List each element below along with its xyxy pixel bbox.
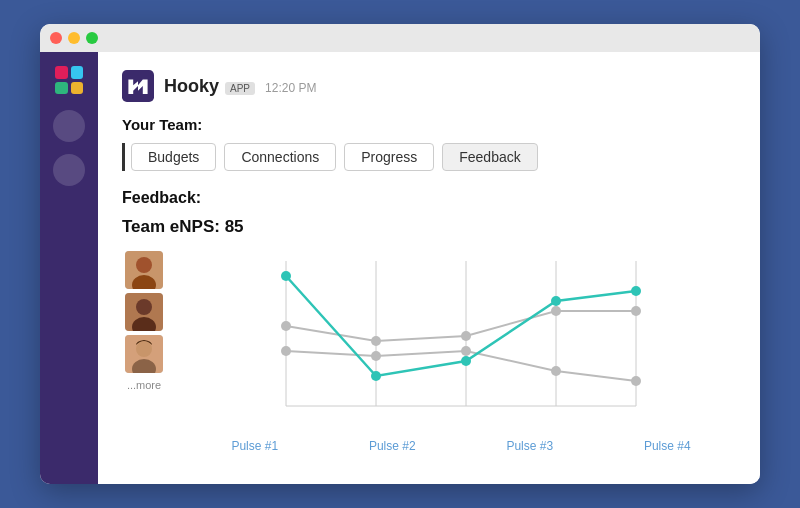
- sidebar: [40, 52, 98, 484]
- svg-point-19: [551, 306, 561, 316]
- svg-point-23: [461, 346, 471, 356]
- app-name: Hooky: [164, 76, 219, 97]
- chart-svg: [176, 251, 736, 431]
- maximize-button[interactable]: [86, 32, 98, 44]
- browser-window: Hooky APP 12:20 PM Your Team: Budgets Co…: [40, 24, 760, 484]
- svg-point-18: [461, 331, 471, 341]
- svg-point-8: [136, 341, 152, 357]
- chart-container: ...more: [122, 251, 736, 453]
- pulse-labels: Pulse #1 Pulse #2 Pulse #3 Pulse #4: [176, 439, 736, 453]
- svg-point-17: [371, 336, 381, 346]
- pulse-label-3: Pulse #3: [461, 439, 599, 453]
- tab-feedback[interactable]: Feedback: [442, 143, 537, 171]
- title-bar: [40, 24, 760, 52]
- sidebar-item-2[interactable]: [53, 154, 85, 186]
- tab-row: Budgets Connections Progress Feedback: [122, 143, 736, 171]
- more-label[interactable]: ...more: [127, 379, 161, 391]
- svg-point-27: [371, 371, 381, 381]
- pulse-label-4: Pulse #4: [599, 439, 737, 453]
- svg-point-29: [551, 296, 561, 306]
- svg-point-2: [136, 257, 152, 273]
- app-name-group: Hooky APP 12:20 PM: [164, 76, 316, 97]
- minimize-button[interactable]: [68, 32, 80, 44]
- app-header: Hooky APP 12:20 PM: [122, 70, 736, 102]
- enps-title: Team eNPS: 85: [122, 217, 736, 237]
- slack-logo-icon: [51, 62, 87, 98]
- svg-point-24: [551, 366, 561, 376]
- main-content: Hooky APP 12:20 PM Your Team: Budgets Co…: [98, 52, 760, 484]
- hooky-logo-icon: [122, 70, 154, 102]
- avatar-1: [125, 251, 163, 289]
- pulse-label-2: Pulse #2: [324, 439, 462, 453]
- avatar-list: ...more: [122, 251, 166, 391]
- app-badge: APP: [225, 82, 255, 95]
- tab-progress[interactable]: Progress: [344, 143, 434, 171]
- svg-point-22: [371, 351, 381, 361]
- svg-point-28: [461, 356, 471, 366]
- content-area: Hooky APP 12:20 PM Your Team: Budgets Co…: [40, 52, 760, 484]
- app-time: 12:20 PM: [265, 81, 316, 95]
- svg-point-26: [281, 271, 291, 281]
- feedback-section: Feedback: Team eNPS: 85: [122, 189, 736, 453]
- avatar-2: [125, 293, 163, 331]
- feedback-section-title: Feedback:: [122, 189, 736, 207]
- pulse-label-1: Pulse #1: [186, 439, 324, 453]
- team-label: Your Team:: [122, 116, 736, 133]
- sidebar-item-1[interactable]: [53, 110, 85, 142]
- chart-svg-wrapper: Pulse #1 Pulse #2 Pulse #3 Pulse #4: [176, 251, 736, 453]
- avatar-3: [125, 335, 163, 373]
- tab-budgets[interactable]: Budgets: [131, 143, 216, 171]
- svg-point-21: [281, 346, 291, 356]
- svg-point-5: [136, 299, 152, 315]
- close-button[interactable]: [50, 32, 62, 44]
- svg-point-16: [281, 321, 291, 331]
- svg-point-25: [631, 376, 641, 386]
- svg-point-30: [631, 286, 641, 296]
- tab-connections[interactable]: Connections: [224, 143, 336, 171]
- svg-point-20: [631, 306, 641, 316]
